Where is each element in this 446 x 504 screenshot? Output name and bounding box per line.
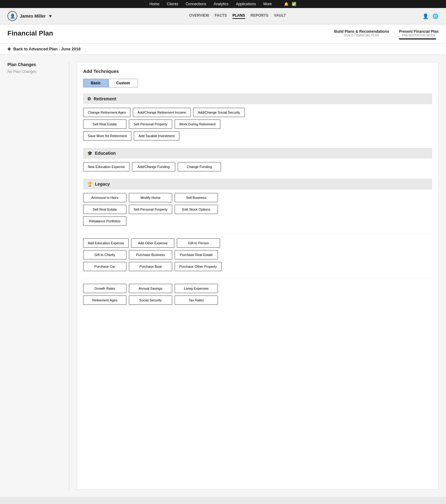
tab-plans[interactable]: PLANS: [232, 13, 245, 19]
btn-tax-rates[interactable]: Tax Rates: [175, 296, 218, 305]
client-name-area: 👤 James Miller ▼: [7, 11, 53, 21]
btn-add-change-retirement-income[interactable]: Add/Change Retirement Income: [133, 108, 191, 117]
client-header-right: 👤 🌐: [423, 13, 439, 19]
legacy-buttons-1: Ammount to Heirs Modify Home Sell Busine…: [83, 193, 432, 202]
btn-sell-personal-property-legacy[interactable]: Sell Personal Property: [129, 205, 172, 214]
btn-sell-personal-property-retirement[interactable]: Sell Personal Property: [129, 120, 172, 129]
tab-vault[interactable]: VAULT: [274, 13, 286, 19]
client-dropdown-icon[interactable]: ▼: [48, 14, 53, 19]
present-plan-sublabel: PRESENTATION MODE: [399, 34, 439, 37]
retirement-heading: Retirement: [94, 96, 116, 101]
nav-clients[interactable]: Clients: [167, 2, 178, 6]
page-header-top: Financial Plan Build Plans & Recomendati…: [7, 29, 439, 43]
expenses-buttons-2: Gift to Charity Purchase Business Purcha…: [83, 250, 432, 259]
btn-purchase-business[interactable]: Purchase Business: [129, 250, 172, 259]
tab-overview[interactable]: OVERVIEW: [189, 13, 209, 19]
top-nav: Home Clients Connections Analytics Appli…: [0, 0, 446, 8]
expenses-buttons-3: Purchase Car Purchase Boat Purchase Othe…: [83, 262, 432, 271]
present-plan-action[interactable]: Present Financial Plan PRESENTATION MODE: [399, 29, 439, 40]
btn-sell-real-estate-legacy[interactable]: Sell Real Estate: [83, 205, 126, 214]
btn-living-expenses[interactable]: Living Expenses: [175, 284, 218, 293]
btn-save-more-retirement[interactable]: Save More for Retirement: [83, 131, 131, 141]
tab-facts[interactable]: FACTS: [215, 13, 227, 19]
btn-sell-business[interactable]: Sell Business: [175, 193, 218, 202]
nav-home[interactable]: Home: [150, 2, 159, 6]
btn-gift-to-charity[interactable]: Gift to Charity: [83, 250, 126, 259]
plan-changes-title: Plan Changes: [7, 62, 64, 67]
education-icon: 🎓: [87, 151, 92, 156]
client-name: James Miller: [20, 14, 46, 19]
toggle-custom[interactable]: Custom: [108, 79, 138, 87]
main-content: Add Techniques Basic Custom ⚙ Retirement…: [77, 62, 439, 489]
btn-add-education-expense[interactable]: Add Education Expense: [83, 238, 129, 248]
btn-purchase-boat[interactable]: Purchase Boat: [129, 262, 172, 271]
retirement-icon: ⚙: [87, 96, 91, 101]
btn-new-education-expense[interactable]: New Education Expense: [83, 162, 130, 171]
retirement-buttons-2: Sell Real Estate Sell Personal Property …: [83, 120, 432, 129]
btn-purchase-car[interactable]: Purchase Car: [83, 262, 126, 271]
build-plans-label: Build Plans & Recomendations: [334, 29, 389, 34]
add-techniques-title: Add Techniques: [83, 69, 432, 74]
retirement-section: ⚙ Retirement Change Retirement Ages Add/…: [83, 94, 432, 141]
legacy-section: 🏆 Legacy Ammount to Heirs Modify Home Se…: [83, 179, 432, 226]
btn-add-change-funding[interactable]: Add/Change Funding: [132, 162, 175, 171]
person-icon[interactable]: 👤: [423, 13, 429, 19]
back-link-text: Back to Advanced Plan - June 2018: [13, 47, 81, 51]
btn-work-during-retirement[interactable]: Work During Retirement: [175, 120, 220, 129]
btn-add-other-expense[interactable]: Add Other Expense: [131, 238, 174, 248]
btn-modify-home[interactable]: Modify Home: [129, 193, 172, 202]
btn-ammount-to-heirs[interactable]: Ammount to Heirs: [83, 193, 126, 202]
back-bar[interactable]: ⊕ Back to Advanced Plan - June 2018: [0, 44, 446, 55]
retirement-buttons-3: Save More for Retirement Add Taxable Inv…: [83, 131, 432, 141]
retirement-header: ⚙ Retirement: [83, 94, 432, 104]
btn-rebalance-portfolios[interactable]: Rebalance Portfolios: [83, 216, 126, 226]
legacy-buttons-3: Rebalance Portfolios: [83, 216, 432, 226]
sidebar: Plan Changes No Plan Changes: [7, 62, 69, 489]
btn-social-security[interactable]: Social Security: [129, 296, 172, 305]
build-plans-sublabel: BUILD FINANCIAL PLAN: [334, 34, 389, 37]
legacy-header: 🏆 Legacy: [83, 179, 432, 189]
legacy-buttons-2: Sell Real Estate Sell Personal Property …: [83, 205, 432, 214]
top-icons: 🔔 ✅: [284, 2, 296, 6]
education-heading: Education: [95, 151, 116, 156]
header-actions: Build Plans & Recomendations BUILD FINAN…: [334, 29, 439, 40]
bell-icon[interactable]: 🔔: [284, 2, 289, 6]
present-plan-label: Present Financial Plan: [399, 29, 439, 34]
btn-add-change-social-security[interactable]: Add/Change Social Security: [193, 108, 245, 117]
globe-icon[interactable]: 🌐: [432, 13, 439, 19]
legacy-icon: 🏆: [87, 182, 92, 187]
misc-buttons-1: Growth Rates Annual Savings Living Expen…: [83, 284, 432, 293]
expenses-section: Add Education Expense Add Other Expense …: [83, 238, 432, 271]
toggle-basic[interactable]: Basic: [83, 79, 108, 87]
nav-more[interactable]: More: [263, 2, 272, 6]
present-plan-underline: [399, 38, 436, 40]
misc-section: Growth Rates Annual Savings Living Expen…: [83, 284, 432, 305]
btn-edit-stock-options[interactable]: Edit Stock Options: [175, 205, 218, 214]
btn-change-funding[interactable]: Change Funding: [178, 162, 221, 171]
client-nav: OVERVIEW FACTS PLANS REPORTS VAULT: [189, 13, 286, 19]
checkmark-icon[interactable]: ✅: [292, 2, 296, 6]
legacy-heading: Legacy: [95, 182, 110, 187]
page-header: Financial Plan Build Plans & Recomendati…: [0, 24, 446, 44]
toggle-group: Basic Custom: [83, 79, 432, 87]
divider-1: [83, 233, 432, 233]
btn-change-retirement-ages[interactable]: Change Retirement Ages: [83, 108, 130, 117]
education-header: 🎓 Education: [83, 148, 432, 158]
plan-changes-empty: No Plan Changes: [7, 69, 64, 74]
btn-purchase-other-property[interactable]: Purchase Other Property: [175, 262, 222, 271]
btn-growth-rates[interactable]: Growth Rates: [83, 284, 126, 293]
retirement-buttons: Change Retirement Ages Add/Change Retire…: [83, 108, 432, 117]
nav-connections[interactable]: Connections: [185, 2, 206, 6]
education-section: 🎓 Education New Education Expense Add/Ch…: [83, 148, 432, 171]
btn-retirement-ages[interactable]: Retirement Ages: [83, 296, 126, 305]
nav-applications[interactable]: Applications: [236, 2, 256, 6]
tab-reports[interactable]: REPORTS: [251, 13, 269, 19]
nav-analytics[interactable]: Analytics: [214, 2, 228, 6]
btn-annual-savings[interactable]: Annual Savings: [129, 284, 172, 293]
btn-gift-to-person[interactable]: Gift to Person: [177, 238, 220, 248]
btn-sell-real-estate-retirement[interactable]: Sell Real Estate: [83, 120, 126, 129]
btn-add-taxable-investment[interactable]: Add Taxable Investment: [134, 131, 179, 141]
back-icon: ⊕: [7, 47, 11, 51]
build-plans-action[interactable]: Build Plans & Recomendations BUILD FINAN…: [334, 29, 389, 40]
btn-purchase-real-estate[interactable]: Purchase Real Estate: [175, 250, 218, 259]
